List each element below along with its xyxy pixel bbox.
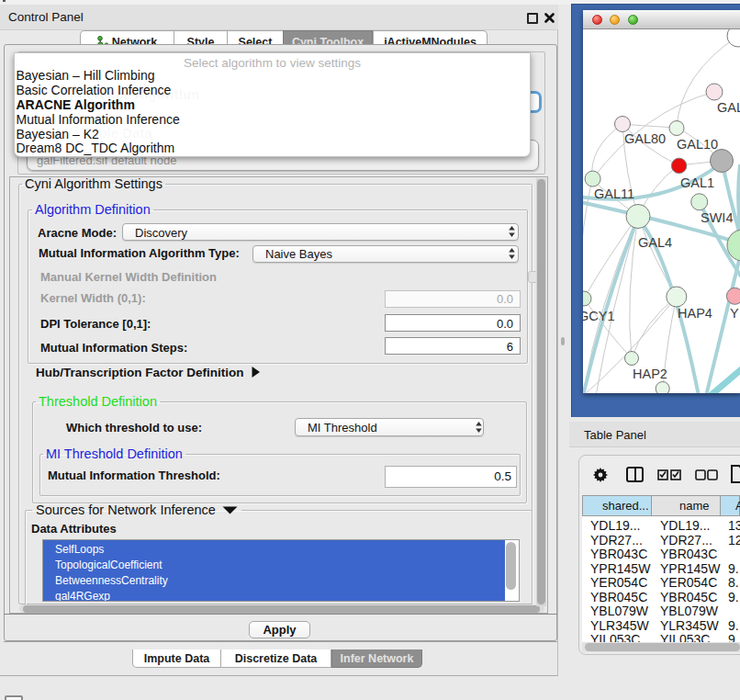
- svg-text:GAL11: GAL11: [594, 186, 634, 201]
- svg-text:HAP2: HAP2: [633, 367, 667, 381]
- svg-text:GAL80: GAL80: [624, 131, 666, 146]
- svg-text:GAL1: GAL1: [680, 175, 714, 190]
- svg-text:SWI4: SWI4: [701, 210, 733, 225]
- svg-text:HAP4: HAP4: [678, 306, 712, 321]
- svg-text:GAL10: GAL10: [677, 137, 718, 152]
- svg-text:GAL4: GAL4: [638, 235, 672, 250]
- svg-text:GAL: GAL: [717, 100, 740, 115]
- svg-text:GCY1: GCY1: [583, 309, 615, 323]
- svg-text:Y: Y: [730, 306, 739, 321]
